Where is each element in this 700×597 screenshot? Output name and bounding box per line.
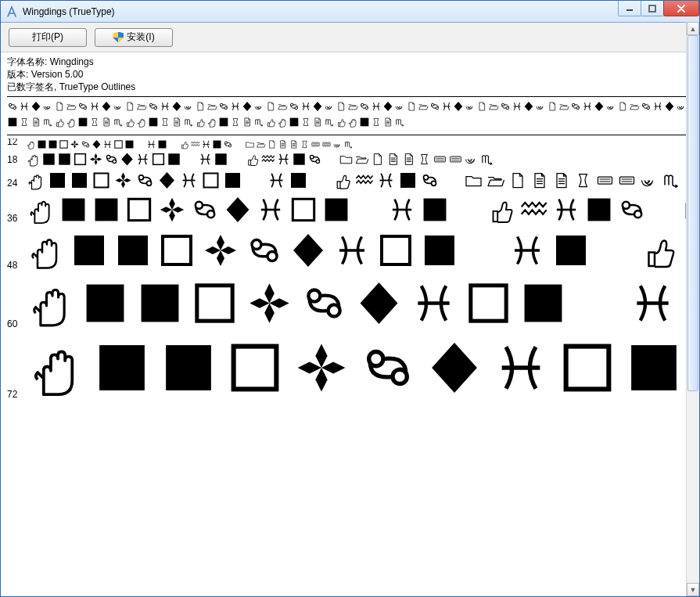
glyph (289, 101, 300, 112)
scroll-up-button[interactable]: ▲ (687, 22, 699, 35)
glyph (113, 231, 153, 270)
svg-rect-89 (400, 173, 415, 188)
scroll-down-button[interactable]: ▼ (687, 583, 699, 596)
glyph (26, 279, 75, 328)
svg-rect-79 (72, 173, 87, 188)
glyph (491, 338, 551, 397)
glyph (323, 152, 338, 167)
svg-point-21 (436, 106, 438, 109)
glyph (54, 117, 65, 128)
sample-row-60: 60 (7, 274, 693, 333)
glyph (347, 101, 358, 112)
glyph (201, 171, 221, 190)
glyph (245, 139, 255, 149)
glyph (253, 101, 264, 112)
glyph (157, 171, 177, 190)
glyph (523, 101, 534, 112)
maximize-button[interactable] (641, 1, 664, 16)
toolbar: 打印(P) 安装(I) (1, 23, 699, 52)
svg-rect-72 (435, 156, 446, 162)
glyph (26, 231, 65, 270)
print-button[interactable]: 打印(P) (9, 28, 87, 47)
svg-point-3 (13, 106, 16, 109)
glyph (230, 101, 241, 112)
glyph (464, 279, 513, 328)
scroll-track[interactable] (687, 35, 699, 583)
glyph (81, 279, 130, 328)
glyph (406, 101, 417, 112)
sample-block: 12 18 24 (7, 138, 693, 403)
glyph (359, 101, 370, 112)
sample-row-24: 24 (7, 168, 693, 192)
glyph (551, 171, 571, 190)
svg-rect-32 (9, 118, 17, 127)
svg-rect-47 (159, 141, 167, 149)
window-controls (619, 1, 699, 16)
svg-rect-109 (588, 198, 611, 221)
glyph (394, 101, 405, 112)
glyph (508, 171, 527, 190)
svg-point-82 (147, 181, 152, 185)
svg-rect-39 (49, 141, 57, 149)
glyph (442, 171, 461, 190)
glyph (336, 117, 346, 128)
glyph (582, 101, 593, 112)
glyph (42, 101, 53, 112)
svg-rect-104 (293, 199, 314, 220)
glyph (190, 139, 200, 149)
glyph (464, 152, 479, 167)
font-file-icon (5, 5, 18, 18)
glyph (201, 231, 240, 270)
glyph (639, 171, 659, 190)
size-label: 12 (7, 138, 26, 150)
sample-row-18: 18 (7, 150, 693, 168)
install-button[interactable]: 安装(I) (95, 28, 173, 47)
svg-rect-144 (471, 286, 506, 321)
glyph (195, 101, 206, 112)
glyph (171, 101, 182, 112)
glyph (464, 171, 483, 190)
glyph (160, 101, 171, 112)
glyph (146, 139, 156, 149)
glyph (420, 231, 459, 270)
minimize-button[interactable] (618, 1, 641, 16)
glyph (558, 101, 569, 112)
vertical-scrollbar[interactable]: ▲ ▼ (686, 22, 699, 596)
glyph (376, 231, 415, 270)
glyph (386, 152, 400, 167)
svg-rect-35 (220, 118, 228, 127)
glyph (420, 195, 450, 225)
glyph (661, 171, 680, 190)
font-version-line: 版本: Version 5.00 (7, 68, 693, 81)
svg-rect-40 (60, 141, 67, 148)
svg-point-102 (207, 210, 214, 218)
glyph (57, 152, 72, 167)
glyph (66, 101, 77, 112)
svg-rect-92 (598, 177, 612, 184)
glyph (183, 101, 194, 112)
glyph (453, 101, 464, 112)
glyph (558, 338, 617, 397)
glyph (92, 171, 111, 190)
svg-rect-33 (79, 118, 88, 127)
svg-rect-85 (225, 173, 240, 188)
glyph (300, 117, 311, 128)
glyph (358, 338, 418, 397)
glyph (617, 101, 628, 112)
svg-point-9 (154, 106, 156, 109)
glyph (307, 152, 322, 167)
glyph (628, 279, 677, 328)
glyph (101, 117, 112, 128)
glyph (584, 195, 614, 225)
glyph (157, 139, 167, 149)
glyph (300, 279, 349, 328)
scroll-thumb[interactable] (687, 35, 698, 391)
svg-point-122 (267, 252, 277, 261)
glyph (182, 152, 197, 167)
close-button[interactable] (663, 1, 699, 16)
glyph (26, 152, 41, 167)
glyph (206, 117, 217, 128)
glyph (41, 152, 56, 167)
glyph (113, 171, 133, 190)
glyph (81, 139, 91, 149)
